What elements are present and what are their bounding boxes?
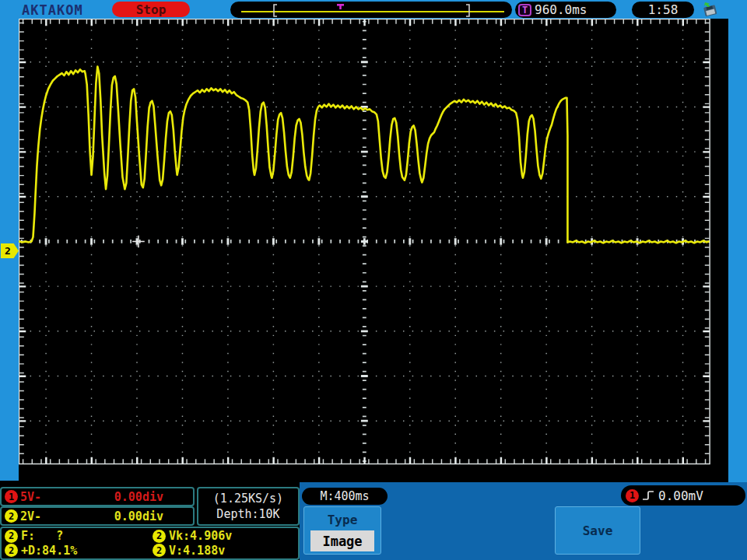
usb-disk-icon <box>700 1 720 18</box>
channel2-scale-label: 2V- <box>20 509 41 523</box>
measurements-box: 2 F: ? 2 Vk:4.906v 2 +D:84.1% 2 V:4.188v <box>0 527 300 560</box>
trigger-time-value: 960.0ms <box>535 2 587 17</box>
brand-logo: AKTAKOM <box>22 2 83 18</box>
acquisition-info-box: (1.25KS/s) Depth:10K <box>197 487 300 526</box>
clock-indicator: 1:58 <box>632 2 694 18</box>
sample-rate-value: (1.25KS/s) <box>213 492 283 506</box>
channel1-badge: 1 <box>5 490 18 503</box>
measurement-channel-badge: 2 <box>153 544 166 557</box>
measurement-vk: 2 Vk:4.906v <box>153 529 295 543</box>
channel2-badge: 2 <box>5 509 18 523</box>
measurement-channel-badge: 2 <box>5 544 18 557</box>
measurement-channel-badge: 2 <box>153 530 166 543</box>
memory-window-graphic <box>230 2 512 18</box>
channel2-info-box: 2 2V- 0.00div <box>0 506 195 526</box>
channel1-scale-label: 5V- <box>20 490 41 504</box>
memory-window-indicator <box>230 2 512 18</box>
waveform-display-area <box>19 19 728 482</box>
trigger-time-indicator: T 960.0ms <box>515 2 616 18</box>
title-bar: AKTAKOM Stop T 960.0ms 1:58 <box>0 0 747 19</box>
rising-edge-icon <box>642 488 655 502</box>
clock-value: 1:58 <box>648 2 679 17</box>
trigger-source-badge: 1 <box>626 489 639 502</box>
channel2-offset-value: 0.00div <box>114 509 163 523</box>
window-left-bracket <box>274 5 277 16</box>
measurement-frequency-value: F: ? <box>21 529 63 543</box>
acquisition-status-label: Stop <box>136 2 167 17</box>
measurement-duty: 2 +D:84.1% <box>5 544 153 558</box>
trigger-position-marker-icon <box>337 4 344 9</box>
trigger-time-icon: T <box>518 4 531 16</box>
channel1-offset-value: 0.00div <box>114 490 163 504</box>
measurement-frequency: 2 F: ? <box>5 529 153 543</box>
type-button-label: Type <box>304 513 381 527</box>
measurement-duty-value: +D:84.1% <box>21 544 77 558</box>
measurement-vk-value: Vk:4.906v <box>169 529 232 543</box>
timebase-indicator: M:400ms <box>302 488 388 505</box>
memory-depth-value: Depth:10K <box>216 507 279 521</box>
measurement-voltage: 2 V:4.188v <box>153 544 295 558</box>
measurement-voltage-value: V:4.188v <box>169 544 225 558</box>
measurement-channel-badge: 2 <box>5 530 18 543</box>
save-button-label: Save <box>583 523 613 538</box>
save-button[interactable]: Save <box>555 506 640 555</box>
type-button[interactable]: Type Image <box>303 506 381 555</box>
timebase-value: M:400ms <box>320 489 369 503</box>
trigger-level-value: 0.00mV <box>658 488 703 503</box>
trigger-level-indicator: 1 0.00mV <box>621 485 745 506</box>
window-right-bracket <box>466 5 469 16</box>
scope-plot-svg <box>19 19 728 482</box>
channel1-info-box: 1 5V- 0.00div <box>0 487 195 506</box>
right-bezel-strip <box>728 19 747 482</box>
type-selected-value[interactable]: Image <box>310 530 374 551</box>
acquisition-status-indicator: Stop <box>112 2 190 17</box>
